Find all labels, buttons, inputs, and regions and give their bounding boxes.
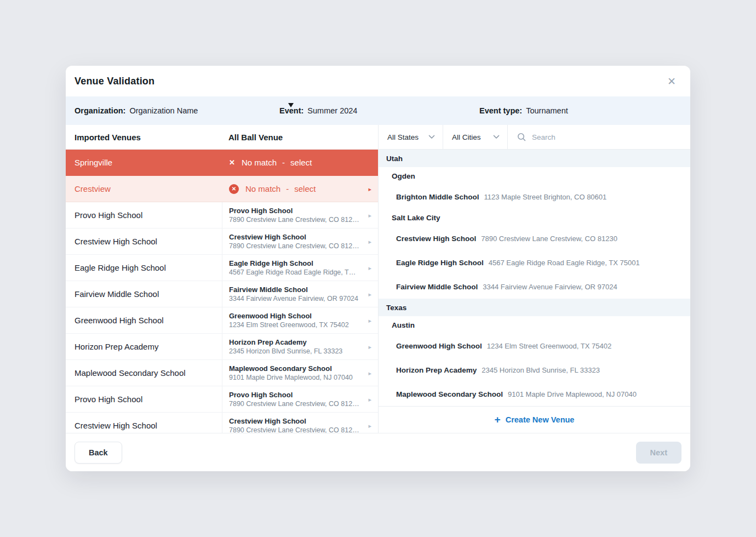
match-cell[interactable]: Maplewood Secondary School9101 Maple Dri…: [222, 360, 378, 386]
city-group-header: Salt Lake City: [379, 209, 690, 226]
search-icon: [517, 133, 526, 141]
match-cell[interactable]: Eagle Ridge High School4567 Eagle Ridge …: [222, 255, 378, 281]
imported-venue-row[interactable]: Greenwood High SchoolGreenwood High Scho…: [66, 307, 378, 334]
matched-venue-address: 9101 Maple Drive Maplewood, NJ 07040: [229, 374, 353, 381]
venue-list-item[interactable]: Horizon Prep Academy2345 Horizon Blvd Su…: [379, 358, 690, 382]
imported-venue-row[interactable]: Springville✕No match-select: [66, 150, 378, 176]
match-cell[interactable]: Crestview High School7890 Crestview Lane…: [222, 228, 378, 254]
venue-list-item[interactable]: Crestview High School7890 Crestview Lane…: [379, 226, 690, 250]
imported-venue-row[interactable]: Maplewood Secondary SchoolMaplewood Seco…: [66, 360, 378, 386]
imported-venue-row[interactable]: Provo High SchoolProvo High School7890 C…: [66, 202, 378, 228]
match-cell[interactable]: Greenwood High School1234 Elm Street Gre…: [222, 307, 378, 333]
venue-address: 3344 Fairview Avenue Fairview, OR 97024: [483, 283, 617, 291]
chevron-right-icon[interactable]: ▸: [368, 422, 371, 429]
imported-venue-name: Crestview High School: [66, 413, 222, 433]
select-action-label[interactable]: select: [294, 184, 316, 193]
chevron-right-icon[interactable]: ▸: [368, 265, 371, 271]
all-ball-venue-column-header: All Ball Venue: [222, 133, 283, 142]
imported-venues-panel: Imported Venues All Ball Venue Springvil…: [66, 125, 378, 433]
matched-venue-address: 1234 Elm Street Greenwood, TX 75402: [229, 321, 349, 329]
imported-venue-name: Crestview High School: [66, 228, 222, 254]
match-cell[interactable]: Fairview Middle School3344 Fairview Aven…: [222, 281, 378, 307]
city-group-header: Ogden: [379, 167, 690, 185]
chevron-right-icon[interactable]: ▸: [368, 186, 371, 192]
venue-address: 4567 Eagle Ridge Road Eagle Ridge, TX 75…: [489, 259, 640, 267]
venue-list-item[interactable]: Brighton Middle School1123 Maple Street …: [379, 185, 690, 209]
matched-venue-address: 3344 Fairview Avenue Fairview, OR 97024: [229, 295, 358, 302]
no-match-label: No match: [242, 158, 277, 167]
matched-venue-name: Crestview High School: [229, 417, 359, 425]
organization-info: Organization: Organization Name: [75, 96, 198, 125]
search-field: [508, 125, 690, 149]
imported-venue-name: Greenwood High School: [66, 307, 222, 333]
chevron-right-icon[interactable]: ▸: [368, 291, 371, 297]
status-separator: -: [286, 184, 289, 193]
match-cell[interactable]: Provo High School7890 Crestview Lane Cre…: [222, 202, 378, 228]
status-separator: -: [282, 158, 285, 167]
venue-name: Maplewood Secondary School: [396, 390, 503, 398]
chevron-right-icon[interactable]: ▸: [368, 238, 371, 244]
imported-venue-row[interactable]: Crestview High SchoolCrestview High Scho…: [66, 413, 378, 433]
next-button[interactable]: Next: [636, 442, 681, 464]
venue-name: Brighton Middle School: [396, 193, 479, 201]
venue-list-item[interactable]: Greenwood High School1234 Elm Street Gre…: [379, 334, 690, 358]
no-match-status: ✕No match-select: [229, 158, 312, 167]
mouse-cursor: [288, 103, 294, 107]
select-action-label[interactable]: select: [290, 158, 312, 167]
chevron-right-icon[interactable]: ▸: [368, 317, 371, 323]
close-icon[interactable]: ✕: [665, 74, 678, 89]
chevron-right-icon[interactable]: ▸: [368, 344, 371, 350]
matched-venue: Eagle Ridge High School4567 Eagle Ridge …: [229, 259, 359, 276]
matched-venue-address: 7890 Crestview Lane Crestview, CO 81230: [229, 426, 359, 433]
matched-venue-address: 7890 Crestview Lane Crestview, CO 81230: [229, 242, 359, 250]
matched-venue-name: Crestview High School: [229, 233, 359, 241]
no-match-label: No match: [245, 184, 280, 193]
create-new-venue-label: Create New Venue: [506, 415, 575, 424]
imported-venue-row[interactable]: Fairview Middle SchoolFairview Middle Sc…: [66, 281, 378, 307]
chevron-down-icon: [493, 135, 500, 139]
venue-browser-panel: All States All Cities: [378, 125, 690, 433]
imported-venue-name: Maplewood Secondary School: [66, 360, 222, 386]
cities-filter-value: All Cities: [452, 133, 481, 141]
matched-venue: Provo High School7890 Crestview Lane Cre…: [229, 391, 359, 408]
chevron-right-icon[interactable]: ▸: [368, 212, 371, 218]
imported-venue-name: Horizon Prep Academy: [66, 334, 222, 359]
modal-header: Venue Validation ✕: [66, 66, 690, 96]
imported-venue-name: Provo High School: [66, 386, 222, 412]
circle-x-icon: ✕: [229, 184, 239, 194]
venue-list-item[interactable]: Maplewood Secondary School9101 Maple Dri…: [379, 382, 690, 406]
matched-venue-address: 7890 Crestview Lane Crestview, CO 81230: [229, 400, 359, 408]
search-input[interactable]: [532, 133, 690, 141]
matched-venue: Crestview High School7890 Crestview Lane…: [229, 233, 359, 250]
imported-venue-row[interactable]: Provo High SchoolProvo High School7890 C…: [66, 386, 378, 413]
venue-list-item[interactable]: Eagle Ridge High School4567 Eagle Ridge …: [379, 250, 690, 275]
filter-bar: All States All Cities: [379, 125, 690, 150]
imported-venue-row[interactable]: Horizon Prep AcademyHorizon Prep Academy…: [66, 334, 378, 360]
chevron-right-icon[interactable]: ▸: [368, 370, 371, 376]
imported-venue-row[interactable]: Crestview High SchoolCrestview High Scho…: [66, 228, 378, 255]
states-filter-dropdown[interactable]: All States: [379, 125, 443, 149]
event-value: Summer 2024: [307, 106, 357, 115]
create-new-venue-button[interactable]: + Create New Venue: [495, 415, 575, 425]
imported-venue-name: Eagle Ridge High School: [66, 255, 222, 281]
venue-validation-modal: Venue Validation ✕ Organization: Organiz…: [66, 66, 690, 471]
imported-venue-row[interactable]: Crestview✕No match-select▸: [66, 176, 378, 202]
imported-venue-row[interactable]: Eagle Ridge High SchoolEagle Ridge High …: [66, 255, 378, 281]
venue-list-item[interactable]: Fairview Middle School3344 Fairview Aven…: [379, 275, 690, 299]
no-match-status: ✕No match-select: [229, 184, 316, 194]
match-cell[interactable]: Provo High School7890 Crestview Lane Cre…: [222, 386, 378, 412]
imported-venues-column-header: Imported Venues: [66, 133, 222, 142]
back-button[interactable]: Back: [75, 442, 122, 464]
venue-name: Horizon Prep Academy: [396, 366, 477, 374]
chevron-right-icon[interactable]: ▸: [368, 396, 371, 402]
chevron-down-icon: [428, 135, 435, 139]
plus-icon: +: [495, 414, 501, 425]
venue-address: 1234 Elm Street Greenwood, TX 75402: [487, 342, 611, 350]
match-cell[interactable]: Horizon Prep Academy2345 Horizon Blvd Su…: [222, 334, 378, 359]
match-cell[interactable]: ✕No match-select▸: [222, 176, 378, 202]
cities-filter-dropdown[interactable]: All Cities: [443, 125, 508, 149]
event-type-info: Event type: Tournament: [479, 96, 568, 125]
states-filter-value: All States: [387, 133, 419, 141]
match-cell[interactable]: ✕No match-select: [222, 150, 378, 175]
match-cell[interactable]: Crestview High School7890 Crestview Lane…: [222, 413, 378, 433]
